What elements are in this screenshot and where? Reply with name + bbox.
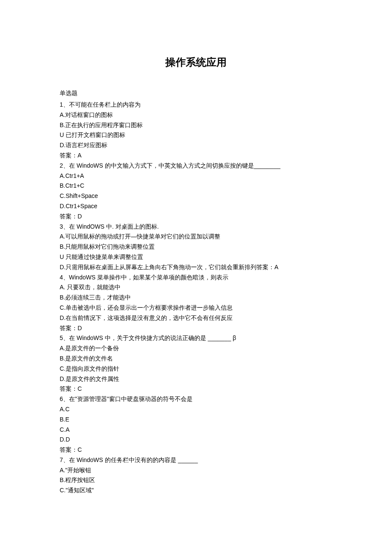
section-label: 单选题 [60, 90, 332, 97]
text-line: A.C [60, 404, 332, 415]
text-line: D.D [60, 435, 332, 445]
text-line: D.在当前情况下，这项选择是没有意义的，选中它不会有任何反应 [60, 313, 332, 323]
text-line: 答案：C [60, 384, 332, 394]
text-line: D.只需用鼠标在桌面上从屏幕左上角向右下角拖动一次，它们就会重新排列答案：A [60, 262, 332, 273]
text-line: A."开始喉钮 [60, 465, 332, 476]
text-line: C.Shift+Space [60, 191, 332, 201]
text-line: 1、不可能在任务栏上的内容为 [60, 100, 332, 110]
text-line: B.必须连续三击，才能选中 [60, 293, 332, 303]
text-line: C.单击被选中后，还会显示出一个方框要求操作者进一步输入信息 [60, 303, 332, 313]
document-page: 操作系统应用 单选题 1、不可能在任务栏上的内容为A.对话框窗口的图标B.正在执… [0, 0, 392, 538]
text-line: C.是指向原文件的指针 [60, 364, 332, 374]
text-line: D.是原文件的文件属性 [60, 374, 332, 384]
text-line: 3、在 WindOWS 中. 对桌面上的图标. [60, 222, 332, 232]
page-title: 操作系统应用 [60, 55, 332, 69]
text-line: C.A [60, 425, 332, 435]
text-line: U 只能通过快捷菜单来调整位置 [60, 252, 332, 262]
text-line: U 已打开文档窗口的图标 [60, 130, 332, 140]
text-line: D.Ctr1+Space [60, 201, 332, 212]
text-line: B.Ctr1+C [60, 181, 332, 191]
text-line: 5、在 WindoWS 中，关于文件快捷方式的说法正确的是 _______ β [60, 333, 332, 343]
text-line: A. 只要双击，就能选中 [60, 282, 332, 293]
text-line: B.E [60, 415, 332, 425]
text-line: A.对话框窗口的图标 [60, 110, 332, 120]
text-line: C."通知区域" [60, 485, 332, 496]
text-line: B.正在执行的应用程序窗口图标 [60, 120, 332, 131]
text-line: B.是原文件的文件名 [60, 354, 332, 364]
text-line: 答案：D [60, 212, 332, 222]
text-line: B.程序按钮区 [60, 475, 332, 485]
text-line: 6、在"资源管理器"窗口中硬盘驱动器的符号不会是 [60, 394, 332, 404]
text-line: 2、在 WindoWS 的中文输入方式下，中英文输入方式之间切换应按的键是___… [60, 161, 332, 171]
text-line: A.Ctr1+A [60, 171, 332, 181]
text-line: 7、在 WindoWS 的任务栏中没有的的内容是 ______ [60, 455, 332, 465]
text-line: 答案：A [60, 151, 332, 161]
text-line: A.可以用鼠标的拖动或打开—快捷菜单对它们的位置加以调整 [60, 232, 332, 242]
text-line: 答案：D [60, 323, 332, 334]
text-line: D.语言栏对应图标 [60, 140, 332, 151]
question-content: 1、不可能在任务栏上的内容为A.对话框窗口的图标B.正在执行的应用程序窗口图标U… [60, 100, 332, 496]
text-line: 4、WindoWS 菜单操作中，如果某个菜单项的颜色暗淡，则表示 [60, 273, 332, 283]
text-line: A.是原文件的一个备份 [60, 343, 332, 354]
text-line: B.只能用鼠标对它们拖动来调整位置 [60, 242, 332, 252]
text-line: 答案：C [60, 445, 332, 455]
